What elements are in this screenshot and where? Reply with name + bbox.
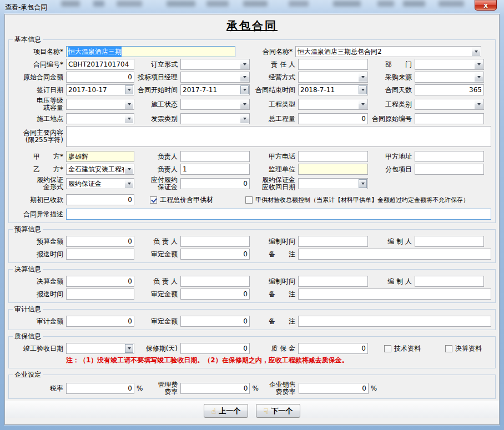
dropdown-button[interactable] xyxy=(240,100,249,109)
budget-approved-amount-input[interactable]: 0 xyxy=(180,249,250,260)
budget-remark-input[interactable] xyxy=(298,249,491,260)
tech-docs-checkbox[interactable] xyxy=(384,345,391,352)
final-remark-input[interactable] xyxy=(298,289,491,300)
start-date-picker[interactable]: 2017-7-11 xyxy=(180,84,250,95)
budget-compiler-input[interactable] xyxy=(415,236,484,247)
party-b-manager-input[interactable]: 1 xyxy=(180,164,250,175)
dropdown-button[interactable] xyxy=(359,73,367,82)
dropdown-button[interactable] xyxy=(240,60,249,69)
deposit-payable-input[interactable]: 0 xyxy=(180,178,250,189)
end-date-picker[interactable]: 2018-7-11 xyxy=(298,84,368,95)
acceptance-date-picker[interactable] xyxy=(66,343,134,354)
ordering-form-select[interactable] xyxy=(180,59,250,70)
final-person-input[interactable] xyxy=(180,276,250,287)
retention-money-input[interactable]: 0 xyxy=(298,343,368,354)
project-name-label: 项目名称* xyxy=(11,48,66,55)
dropdown-button[interactable] xyxy=(359,100,367,109)
deposit-return-date-picker[interactable] xyxy=(298,178,368,189)
dropdown-button[interactable] xyxy=(359,85,367,94)
responsible-person-input[interactable] xyxy=(298,59,368,70)
next-button[interactable]: 下一个 xyxy=(256,404,300,418)
previous-button[interactable]: 上一个 xyxy=(204,404,248,418)
sales-fee-percent-suffix: % xyxy=(371,385,377,392)
warranty-days-label: 保修期(天) xyxy=(134,345,180,352)
contract-days-input[interactable]: 365 xyxy=(415,84,484,95)
total-quantity-input[interactable]: 0 xyxy=(298,113,368,124)
deposit-payable-label: 应付履约 保证金 xyxy=(134,176,180,191)
chevron-down-icon xyxy=(361,89,365,91)
final-approved-amount-input[interactable]: 0 xyxy=(180,289,250,300)
dropdown-button[interactable] xyxy=(125,179,133,188)
chevron-down-icon xyxy=(128,183,131,185)
chevron-down-icon xyxy=(475,50,478,53)
warranty-days-input[interactable]: 0 xyxy=(180,343,250,354)
total-includes-material-checkbox[interactable] xyxy=(150,196,157,204)
sales-fee-rate-label: 企业销售 费费率 xyxy=(259,381,299,396)
chevron-down-icon xyxy=(477,63,481,65)
audit-amount-input[interactable]: 0 xyxy=(66,316,134,327)
supervisor-unit-input[interactable] xyxy=(298,164,368,175)
dropdown-button[interactable] xyxy=(125,85,133,94)
final-compile-time-input[interactable] xyxy=(298,276,368,287)
budget-submit-time-input[interactable] xyxy=(66,249,134,260)
budget-compile-time-input[interactable] xyxy=(298,236,368,247)
material-total-control-checkbox[interactable] xyxy=(245,196,253,204)
close-button[interactable]: x xyxy=(475,0,497,11)
dropdown-button[interactable] xyxy=(472,47,480,56)
sales-fee-rate-input[interactable]: 0 xyxy=(299,383,369,394)
invoice-type-select[interactable] xyxy=(180,113,250,124)
main-content-textarea[interactable] xyxy=(66,126,491,147)
dropdown-button[interactable] xyxy=(125,344,133,353)
mgmt-fee-rate-input[interactable]: 0 xyxy=(180,383,250,394)
sign-date-picker[interactable]: 2017-10-17 xyxy=(66,84,134,95)
party-b-select[interactable]: 金石建筑安装工程有 xyxy=(66,164,134,175)
construction-site-select[interactable] xyxy=(66,113,134,124)
construction-status-select[interactable] xyxy=(180,99,250,110)
final-amount-input[interactable]: 0 xyxy=(66,276,134,287)
party-a-input[interactable]: 廖雄辉 xyxy=(66,151,134,162)
dropdown-button[interactable] xyxy=(240,114,249,123)
deposit-form-select[interactable]: 履约保证金 xyxy=(66,178,134,189)
voltage-level-select[interactable] xyxy=(66,99,134,110)
dropdown-button[interactable] xyxy=(240,85,249,94)
original-amount-input[interactable]: 0 xyxy=(66,72,134,83)
dropdown-button[interactable] xyxy=(475,60,483,69)
audit-approved-amount-input[interactable]: 0 xyxy=(180,316,250,327)
bid-pm-select[interactable] xyxy=(180,72,250,83)
final-compiler-input[interactable] xyxy=(415,276,484,287)
original-contract-no-input[interactable] xyxy=(415,113,484,124)
abnormal-desc-input[interactable] xyxy=(66,209,491,220)
dropdown-button[interactable] xyxy=(475,100,483,109)
dropdown-button[interactable] xyxy=(475,73,483,82)
dropdown-button[interactable] xyxy=(125,100,133,109)
tax-rate-label: 税率 xyxy=(11,385,66,392)
contract-name-select[interactable]: 恒大温泉酒店三期总包合同2 xyxy=(295,46,481,57)
dropdown-button[interactable] xyxy=(240,73,249,82)
budget-approved-amount-label: 审定金额 xyxy=(134,251,180,258)
dropdown-button[interactable] xyxy=(125,114,133,123)
budget-person-input[interactable] xyxy=(180,236,250,247)
department-select[interactable] xyxy=(415,59,484,70)
party-a-address-input[interactable] xyxy=(415,151,484,162)
initial-received-input[interactable]: 0 xyxy=(66,194,134,205)
operation-mode-select[interactable] xyxy=(298,72,368,83)
subcontract-project-input[interactable] xyxy=(415,164,484,175)
purchase-source-select[interactable] xyxy=(415,72,484,83)
budget-amount-input[interactable]: 0 xyxy=(66,236,134,247)
project-category-select[interactable] xyxy=(415,99,484,110)
audit-remark-input[interactable] xyxy=(298,316,491,327)
dropdown-button[interactable] xyxy=(125,165,133,174)
project-name-input[interactable]: 恒大温泉酒店三期 xyxy=(66,46,235,57)
contract-no-input[interactable]: CBHT2017101704 xyxy=(66,59,134,70)
party-a-phone-input[interactable] xyxy=(298,151,368,162)
dropdown-button[interactable] xyxy=(359,179,367,188)
party-a-manager-input[interactable] xyxy=(180,151,250,162)
window-title: 查看-承包合同 xyxy=(5,3,47,12)
material-total-control-checkbox-label: 甲供材验收总额控制（当累计【材料甲供单】金额超过约定金额将不允许保存） xyxy=(255,196,469,204)
final-docs-checkbox[interactable] xyxy=(445,345,452,352)
basic-info-section: 基本信息 项目名称* 恒大温泉酒店三期 合同名称* 恒大温泉酒店三期总包合同2 … xyxy=(8,35,496,223)
tax-rate-input[interactable]: 0 xyxy=(66,383,134,394)
project-type-select[interactable] xyxy=(298,99,368,110)
final-submit-time-input[interactable] xyxy=(66,289,134,300)
deposit-form-label: 履约保证 金形式 xyxy=(11,176,66,191)
